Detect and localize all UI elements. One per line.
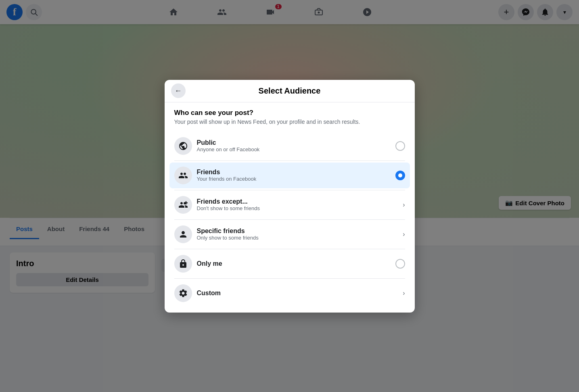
- audience-option-custom[interactable]: Custom ›: [174, 280, 405, 306]
- friends-desc: Your friends on Facebook: [197, 176, 391, 182]
- only-me-text: Only me: [197, 260, 391, 267]
- custom-icon-wrap: [174, 284, 192, 302]
- specific-friends-name: Specific friends: [197, 227, 398, 235]
- specific-friends-chevron: ›: [403, 231, 405, 238]
- specific-friends-desc: Only show to some friends: [197, 235, 398, 241]
- custom-chevron: ›: [403, 290, 405, 297]
- audience-option-specific-friends[interactable]: Specific friends Only show to some frien…: [174, 221, 405, 247]
- select-audience-modal: ← Select Audience Who can see your post?…: [165, 80, 415, 313]
- only-me-name: Only me: [197, 260, 391, 267]
- modal-overlay[interactable]: ← Select Audience Who can see your post?…: [0, 0, 579, 392]
- modal-title: Select Audience: [259, 86, 321, 96]
- friends-icon-wrap: [174, 167, 192, 184]
- divider-4: [174, 249, 405, 249]
- modal-section-desc: Your post will show up in News Feed, on …: [174, 119, 405, 125]
- public-radio[interactable]: [395, 141, 405, 151]
- public-text: Public Anyone on or off Facebook: [197, 139, 391, 152]
- modal-section-title: Who can see your post?: [174, 109, 405, 117]
- custom-text: Custom: [197, 290, 398, 297]
- modal-header: ← Select Audience: [165, 80, 415, 102]
- public-icon-wrap: [174, 137, 192, 155]
- divider-3: [174, 219, 405, 220]
- friends-name: Friends: [197, 169, 391, 176]
- only-me-radio[interactable]: [395, 259, 405, 269]
- audience-option-public[interactable]: Public Anyone on or off Facebook: [174, 133, 405, 159]
- audience-option-friends[interactable]: Friends Your friends on Facebook: [169, 163, 410, 188]
- public-desc: Anyone on or off Facebook: [197, 146, 391, 152]
- divider-5: [174, 278, 405, 279]
- friends-except-chevron: ›: [403, 201, 405, 209]
- friends-except-text: Friends except... Don't show to some fri…: [197, 198, 398, 211]
- friends-radio[interactable]: [395, 171, 405, 180]
- friends-except-icon-wrap: [174, 196, 192, 214]
- specific-friends-icon-wrap: [174, 225, 192, 243]
- friends-except-name: Friends except...: [197, 198, 398, 205]
- specific-friends-text: Specific friends Only show to some frien…: [197, 227, 398, 241]
- audience-option-friends-except[interactable]: Friends except... Don't show to some fri…: [174, 192, 405, 218]
- divider-1: [174, 161, 405, 161]
- friends-text: Friends Your friends on Facebook: [197, 169, 391, 182]
- modal-body: Who can see your post? Your post will sh…: [165, 102, 415, 313]
- only-me-icon-wrap: [174, 255, 192, 273]
- friends-except-desc: Don't show to some friends: [197, 205, 398, 211]
- audience-option-only-me[interactable]: Only me: [174, 251, 405, 277]
- custom-name: Custom: [197, 290, 398, 297]
- modal-back-button[interactable]: ←: [171, 83, 186, 98]
- divider-2: [174, 190, 405, 190]
- public-name: Public: [197, 139, 391, 146]
